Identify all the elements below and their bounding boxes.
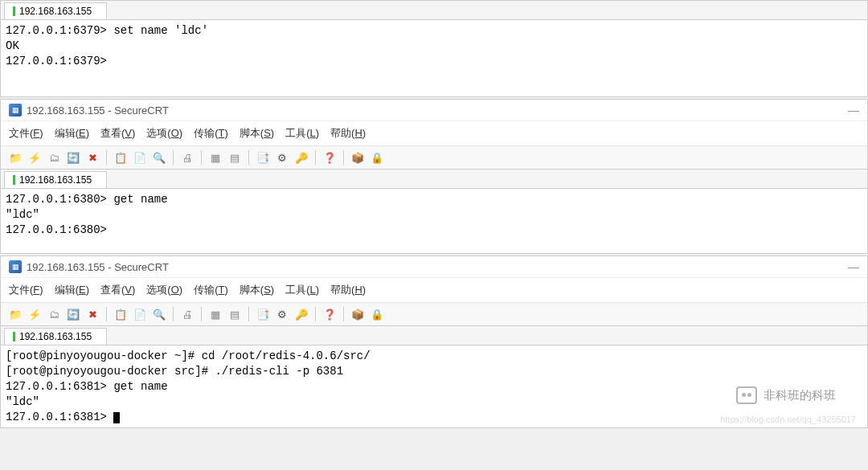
- find-icon[interactable]: 🔍: [151, 149, 167, 166]
- tile-icon[interactable]: ▦: [207, 306, 223, 322]
- menu-help[interactable]: 帮助(H): [330, 283, 366, 297]
- reconnect-icon[interactable]: 🔄: [65, 306, 81, 322]
- quick-connect-icon[interactable]: ⚡: [27, 306, 43, 322]
- window-title: 192.168.163.155 - SecureCRT: [27, 261, 169, 273]
- terminal-output[interactable]: 127.0.0.1:6379> set name 'ldc' OK 127.0.…: [1, 20, 867, 96]
- paste-icon[interactable]: 📄: [132, 306, 148, 322]
- securecrt-app-icon: ▦: [9, 260, 22, 273]
- separator-icon: [315, 307, 316, 321]
- tab-bar: 192.168.163.155: [1, 170, 867, 189]
- copy-icon[interactable]: 📋: [113, 149, 129, 166]
- find-icon[interactable]: 🔍: [151, 306, 167, 322]
- separator-icon: [173, 150, 174, 165]
- title-bar: ▦ 192.168.163.155 - SecureCRT —: [1, 256, 867, 278]
- connect-icon[interactable]: 📁: [7, 306, 23, 322]
- sftp-icon[interactable]: 📦: [350, 306, 366, 322]
- key-icon[interactable]: 🔑: [293, 306, 309, 322]
- separator-icon: [201, 307, 202, 321]
- wechat-watermark: 非科班的科班: [736, 386, 836, 404]
- connect-icon[interactable]: 📁: [7, 149, 23, 166]
- toolbar: 📁 ⚡ 🗂 🔄 ✖ 📋 📄 🔍 🖨 ▦ ▤ 📑 ⚙ 🔑 ❓ 📦 🔒: [1, 302, 867, 326]
- menu-view[interactable]: 查看(V): [100, 283, 135, 297]
- cascade-icon[interactable]: ▤: [227, 149, 243, 166]
- reconnect-icon[interactable]: 🔄: [65, 149, 81, 166]
- menu-options[interactable]: 选项(O): [146, 126, 182, 141]
- menu-tools[interactable]: 工具(L): [285, 126, 319, 141]
- menu-transfer[interactable]: 传输(T): [194, 283, 228, 297]
- separator-icon: [106, 307, 107, 321]
- help-icon[interactable]: ❓: [321, 306, 338, 322]
- tab-label: 192.168.163.155: [19, 6, 92, 17]
- menu-tools[interactable]: 工具(L): [285, 283, 319, 297]
- separator-icon: [173, 307, 174, 321]
- help-icon[interactable]: ❓: [321, 149, 338, 166]
- source-url: https://blog.csdn.net/qq_43255017: [720, 415, 856, 424]
- connect-tab-icon[interactable]: 🗂: [46, 149, 62, 166]
- separator-icon: [343, 150, 344, 165]
- menu-edit[interactable]: 编辑(E): [55, 283, 89, 297]
- menu-help[interactable]: 帮助(H): [330, 126, 366, 141]
- properties-icon[interactable]: 📑: [255, 149, 271, 166]
- copy-icon[interactable]: 📋: [113, 306, 129, 322]
- window-title: 192.168.163.155 - SecureCRT: [27, 104, 169, 116]
- sftp-icon[interactable]: 📦: [350, 149, 366, 166]
- watermark-text: 非科班的科班: [764, 388, 836, 403]
- print-icon[interactable]: 🖨: [179, 149, 195, 166]
- menu-file[interactable]: 文件(F): [9, 283, 43, 297]
- menu-bar: 文件(F) 编辑(E) 查看(V) 选项(O) 传输(T) 脚本(S) 工具(L…: [1, 121, 867, 145]
- lock-icon[interactable]: 🔒: [369, 149, 385, 166]
- quick-connect-icon[interactable]: ⚡: [27, 149, 43, 166]
- tab-label: 192.168.163.155: [19, 331, 92, 342]
- minimize-button[interactable]: —: [848, 104, 859, 116]
- terminal-output[interactable]: 127.0.0.1:6380> get name "ldc" 127.0.0.1…: [1, 189, 867, 253]
- tab-label: 192.168.163.155: [19, 174, 92, 186]
- disconnect-icon[interactable]: ✖: [84, 149, 100, 166]
- separator-icon: [201, 150, 202, 165]
- lock-icon[interactable]: 🔒: [369, 306, 385, 322]
- menu-file[interactable]: 文件(F): [9, 126, 43, 141]
- properties-icon[interactable]: 📑: [255, 306, 271, 322]
- active-indicator-icon: [13, 332, 15, 341]
- menu-bar: 文件(F) 编辑(E) 查看(V) 选项(O) 传输(T) 脚本(S) 工具(L…: [1, 278, 867, 302]
- menu-view[interactable]: 查看(V): [100, 126, 135, 141]
- toolbar: 📁 ⚡ 🗂 🔄 ✖ 📋 📄 🔍 🖨 ▦ ▤ 📑 ⚙ 🔑 ❓ 📦 🔒: [1, 145, 867, 170]
- separator-icon: [343, 307, 344, 321]
- paste-icon[interactable]: 📄: [132, 149, 148, 166]
- menu-options[interactable]: 选项(O): [146, 283, 182, 297]
- separator-icon: [248, 150, 249, 165]
- tab-bar: 192.168.163.155: [1, 1, 867, 20]
- settings-icon[interactable]: ⚙: [274, 306, 290, 322]
- session-tab[interactable]: 192.168.163.155: [4, 328, 107, 345]
- securecrt-app-icon: ▦: [9, 104, 22, 116]
- session-tab[interactable]: 192.168.163.155: [4, 2, 107, 19]
- menu-edit[interactable]: 编辑(E): [55, 126, 89, 141]
- active-indicator-icon: [13, 175, 15, 185]
- separator-icon: [106, 150, 107, 165]
- separator-icon: [248, 307, 249, 321]
- tab-bar: 192.168.163.155: [1, 326, 867, 345]
- window-1: 192.168.163.155 127.0.0.1:6379> set name…: [0, 0, 868, 97]
- connect-tab-icon[interactable]: 🗂: [46, 306, 62, 322]
- tile-icon[interactable]: ▦: [207, 149, 223, 166]
- key-icon[interactable]: 🔑: [293, 149, 309, 166]
- active-indicator-icon: [13, 6, 15, 16]
- cursor-icon: [113, 412, 120, 423]
- session-tab[interactable]: 192.168.163.155: [4, 171, 107, 188]
- separator-icon: [315, 150, 316, 165]
- cascade-icon[interactable]: ▤: [227, 306, 243, 322]
- disconnect-icon[interactable]: ✖: [84, 306, 100, 322]
- print-icon[interactable]: 🖨: [179, 306, 195, 322]
- title-bar: ▦ 192.168.163.155 - SecureCRT —: [1, 100, 867, 121]
- settings-icon[interactable]: ⚙: [274, 149, 290, 166]
- minimize-button[interactable]: —: [848, 260, 859, 273]
- wechat-icon: [736, 386, 757, 404]
- window-2: ▦ 192.168.163.155 - SecureCRT — 文件(F) 编辑…: [0, 99, 868, 254]
- menu-script[interactable]: 脚本(S): [240, 126, 274, 141]
- menu-script[interactable]: 脚本(S): [240, 283, 274, 297]
- menu-transfer[interactable]: 传输(T): [194, 126, 228, 141]
